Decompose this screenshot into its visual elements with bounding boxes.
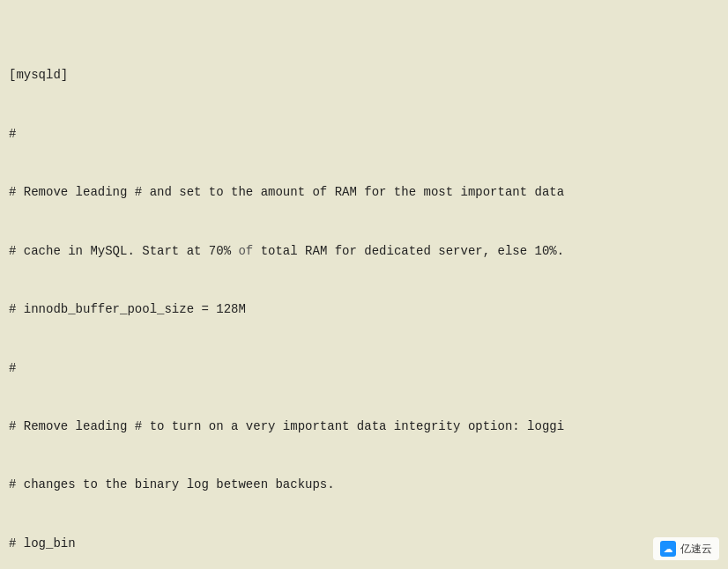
watermark-text: 亿速云	[680, 542, 712, 557]
code-line: # Remove leading # and set to the amount…	[9, 183, 719, 203]
watermark-icon: ☁	[660, 541, 676, 557]
code-line: # cache in MySQL. Start at 70% of total …	[9, 242, 719, 262]
code-line: #	[9, 359, 719, 379]
code-line: #	[9, 125, 719, 144]
code-viewer: [mysqld] # # Remove leading # and set to…	[0, 0, 728, 569]
code-line: # changes to the binary log between back…	[9, 476, 719, 495]
watermark: ☁ 亿速云	[653, 537, 719, 560]
code-line: # log_bin	[9, 535, 719, 554]
code-line: # Remove leading # to turn on a very imp…	[9, 418, 719, 437]
code-line: # innodb_buffer_pool_size = 128M	[9, 300, 719, 320]
code-line: [mysqld]	[9, 66, 719, 85]
